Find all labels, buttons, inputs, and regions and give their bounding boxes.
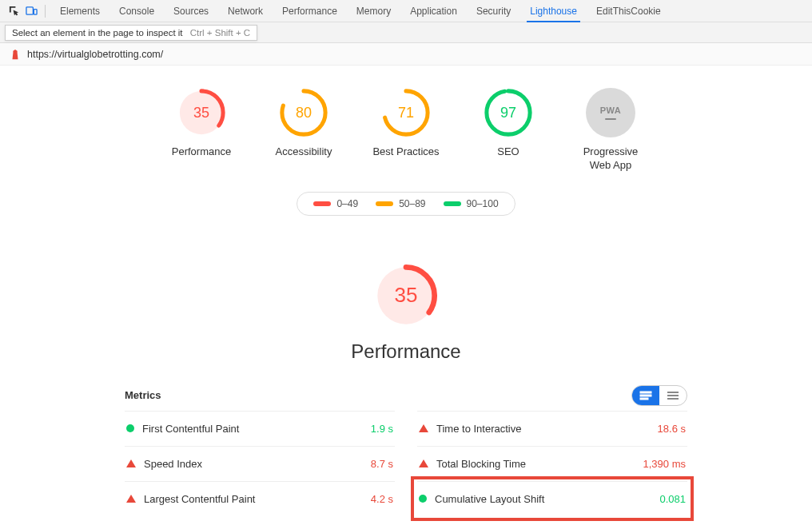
legend-item: 50–89 (376, 198, 425, 209)
gauge-seo[interactable]: 97SEO (472, 88, 545, 173)
metric-name: Cumulative Layout Shift (435, 493, 544, 505)
metric-time-to-interactive[interactable]: Time to Interactive18.6 s (417, 411, 687, 446)
gauge-label: Progressive Web App (574, 145, 647, 173)
gauge-best-practices[interactable]: 71Best Practices (369, 88, 443, 173)
tab-memory[interactable]: Memory (347, 1, 400, 22)
gauge-label: Accessibility (276, 145, 332, 159)
metrics-section: Metrics First Contentful Paint1.9 sTime … (125, 385, 687, 516)
metric-speed-index[interactable]: Speed Index8.7 s (125, 446, 395, 481)
tab-editthiscookie[interactable]: EditThisCookie (587, 1, 671, 22)
separator (45, 5, 46, 18)
gauge-label: Best Practices (372, 145, 439, 159)
metric-value: 1,390 ms (643, 458, 686, 470)
metrics-heading: Metrics (125, 389, 161, 401)
metrics-view-toggle[interactable] (631, 385, 687, 406)
metric-name: Speed Index (144, 458, 202, 470)
view-toggle-compact[interactable] (659, 386, 687, 405)
performance-title: Performance (351, 340, 460, 363)
svg-rect-1 (34, 10, 37, 15)
metric-value: 1.9 s (371, 423, 393, 435)
metric-value: 18.6 s (658, 423, 686, 435)
status-bad-icon (126, 495, 136, 503)
metric-name: Time to Interactive (436, 423, 521, 435)
view-toggle-expanded[interactable] (632, 386, 659, 405)
lighthouse-icon (10, 49, 21, 60)
status-bad-icon (419, 459, 428, 467)
tooltip-shortcut: Ctrl + Shift + C (190, 28, 250, 38)
url-bar: https://virtualglobetrotting.com/ (0, 43, 812, 66)
legend-item: 90–100 (444, 198, 499, 209)
tab-performance[interactable]: Performance (273, 1, 347, 22)
gauge-accessibility[interactable]: 80Accessibility (267, 88, 340, 173)
devtools-tabbar: ElementsConsoleSourcesNetworkPerformance… (0, 0, 812, 22)
tab-sources[interactable]: Sources (164, 1, 218, 22)
metric-name: First Contentful Paint (142, 423, 239, 435)
svg-rect-17 (667, 398, 679, 400)
svg-rect-15 (667, 392, 679, 393)
tab-security[interactable]: Security (467, 1, 520, 22)
tab-lighthouse[interactable]: Lighthouse (520, 1, 587, 22)
tooltip-row: Select an element in the page to inspect… (0, 22, 812, 43)
performance-section: 35 Performance (0, 262, 812, 363)
performance-gauge: 35 (372, 262, 440, 329)
svg-rect-14 (640, 398, 648, 400)
status-good-icon (419, 495, 427, 503)
device-toolbar-icon[interactable] (22, 2, 40, 20)
tab-network[interactable]: Network (218, 1, 273, 22)
status-bad-icon (419, 424, 428, 432)
svg-rect-13 (640, 395, 651, 396)
tab-console[interactable]: Console (109, 1, 164, 22)
svg-rect-12 (640, 392, 651, 393)
svg-rect-0 (26, 7, 32, 14)
gauge-progressive-web-app[interactable]: PWAProgressive Web App (574, 88, 647, 173)
inspect-element-icon[interactable] (5, 2, 22, 20)
metric-name: Total Blocking Time (436, 458, 526, 470)
metric-largest-contentful-paint[interactable]: Largest Contentful Paint4.2 s (125, 481, 395, 516)
performance-score: 35 (372, 262, 440, 329)
legend-item: 0–49 (313, 198, 358, 209)
metric-total-blocking-time[interactable]: Total Blocking Time1,390 ms (417, 446, 687, 481)
tab-elements[interactable]: Elements (50, 1, 109, 22)
tooltip-text: Select an element in the page to inspect… (12, 28, 183, 38)
metric-name: Largest Contentful Paint (144, 493, 255, 505)
tab-application[interactable]: Application (400, 1, 467, 22)
gauge-performance[interactable]: 35Performance (165, 88, 238, 173)
status-bad-icon (126, 459, 136, 467)
gauge-label: SEO (497, 145, 519, 159)
category-gauges: 35Performance80Accessibility71Best Pract… (0, 88, 812, 173)
metric-value: 8.7 s (371, 458, 393, 470)
metric-value: 4.2 s (371, 493, 393, 505)
score-legend: 0–4950–8990–100 (297, 192, 515, 216)
status-good-icon (126, 424, 134, 432)
inspect-tooltip: Select an element in the page to inspect… (5, 25, 257, 41)
metric-cumulative-layout-shift[interactable]: Cumulative Layout Shift0.081 (417, 481, 687, 516)
svg-rect-16 (667, 395, 679, 396)
metric-value: 0.081 (659, 493, 686, 505)
metric-first-contentful-paint[interactable]: First Contentful Paint1.9 s (125, 411, 395, 446)
gauge-label: Performance (172, 145, 231, 159)
lighthouse-report: 35Performance80Accessibility71Best Pract… (0, 66, 812, 529)
report-url: https://virtualglobetrotting.com/ (27, 49, 163, 60)
